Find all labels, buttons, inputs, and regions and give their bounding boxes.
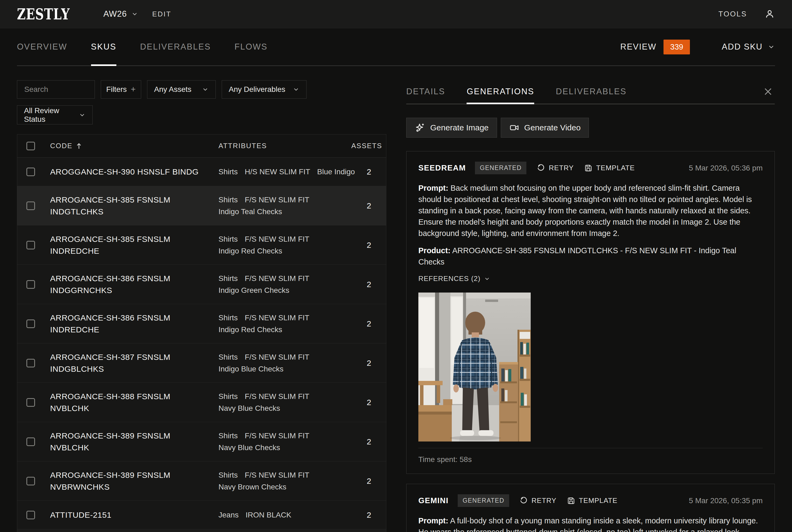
brand-logo: ZESTLY [17, 5, 70, 23]
attr-color: Blue Indigo [317, 166, 355, 178]
attr-color: Navy Blue Checks [219, 442, 351, 454]
retry-button[interactable]: RETRY [536, 164, 574, 172]
asset-count: 2 [351, 476, 386, 486]
sku-attributes: ShirtsF/S NEW SLIM FIT Indigo Blue Check… [219, 351, 351, 375]
row-checkbox[interactable] [26, 202, 35, 210]
table-row[interactable]: ARROGANCE-SH-389 FSNSLM NVBRWNCHKS Shirt… [17, 461, 386, 501]
search-input[interactable] [17, 80, 95, 99]
table-row[interactable]: ARROGANCE-SH-389 FSNSLM NVBLCHK ShirtsF/… [17, 422, 386, 461]
attr-type: Shirts [219, 391, 238, 402]
generate-image-button[interactable]: Generate Image [406, 118, 497, 138]
row-checkbox[interactable] [26, 320, 35, 328]
asset-count: 2 [351, 398, 386, 407]
generate-image-label: Generate Image [430, 123, 489, 132]
retry-icon [536, 164, 545, 172]
table-row[interactable]: ARROGANCE-SH-387 FSNSLM INDGBLCHKS Shirt… [17, 343, 386, 383]
attr-type: Shirts [219, 194, 238, 206]
asset-count: 2 [351, 167, 386, 176]
review-status-value: All Review Status [24, 107, 79, 124]
table-header: CODE ATTRIBUTES ASSETS [17, 134, 386, 157]
row-checkbox[interactable] [26, 280, 35, 289]
tab-deliverables[interactable]: DELIVERABLES [140, 28, 211, 65]
template-button[interactable]: TEMPLATE [584, 164, 635, 172]
column-header-attributes[interactable]: ATTRIBUTES [219, 142, 351, 150]
tab-panel-deliverables[interactable]: DELIVERABLES [556, 79, 627, 104]
table-row-partial[interactable] [17, 529, 386, 532]
model-name: GEMINI [418, 496, 449, 505]
tab-flows[interactable]: FLOWS [234, 28, 268, 65]
sku-attributes: JeansIRON BLACK [219, 509, 351, 521]
close-panel-button[interactable] [761, 85, 775, 98]
row-checkbox[interactable] [26, 241, 35, 249]
assets-filter-select[interactable]: Any Assets [147, 80, 216, 99]
sku-attributes: ShirtsF/S NEW SLIM FIT Indigo Red Checks [219, 312, 351, 336]
sku-code: ARROGANCE-SH-389 FSNSLM NVBLCHK [50, 430, 219, 454]
chevron-down-icon [768, 43, 775, 51]
deliverables-filter-select[interactable]: Any Deliverables [222, 80, 306, 99]
generated-image-thumbnail[interactable] [418, 292, 531, 441]
retry-button[interactable]: RETRY [520, 496, 557, 505]
row-checkbox[interactable] [26, 359, 35, 367]
panel-tabs: DETAILS GENERATIONS DELIVERABLES [406, 79, 775, 104]
sku-attributes: ShirtsF/S NEW SLIM FIT Indigo Red Checks [219, 233, 351, 257]
detail-panel: DETAILS GENERATIONS DELIVERABLES Generat… [406, 66, 775, 532]
add-sku-button[interactable]: ADD SKU [722, 42, 775, 52]
asset-count: 2 [351, 280, 386, 289]
sku-code: ARROGANCE-SH-385 FSNSLM INDGTLCHKS [50, 194, 219, 217]
attr-fit: F/S NEW SLIM FIT [245, 272, 309, 284]
column-header-assets[interactable]: ASSETS [351, 142, 386, 150]
template-save-icon [567, 496, 576, 505]
asset-count: 2 [351, 201, 386, 210]
model-name: SEEDREAM [418, 164, 466, 172]
filters-label: Filters [106, 85, 127, 94]
attr-color: IRON BLACK [246, 509, 291, 521]
chevron-down-icon [484, 276, 490, 282]
attr-color: Indigo Red Checks [219, 324, 351, 336]
attr-type: Shirts [219, 351, 238, 363]
review-status-select[interactable]: All Review Status [17, 105, 93, 125]
attr-fit: F/S NEW SLIM FIT [245, 469, 309, 481]
row-checkbox[interactable] [26, 437, 35, 446]
table-row[interactable]: ARROGANCE-SH-386 FSNSLM INDGGRNCHKS Shir… [17, 265, 386, 304]
sku-code: ARROGANCE-SH-386 FSNSLM INDGGRNCHKS [50, 272, 219, 296]
sku-attributes: ShirtsF/S NEW SLIM FIT Indigo Green Chec… [219, 272, 351, 296]
table-row[interactable]: ARROGANCE-SH-385 FSNSLM INDREDCHE Shirts… [17, 226, 386, 265]
select-all-checkbox[interactable] [26, 142, 35, 150]
row-checkbox[interactable] [26, 477, 35, 486]
sort-ascending-icon [76, 142, 82, 150]
table-row[interactable]: ATTITUDE-2151 JeansIRON BLACK 2 [17, 501, 386, 529]
sku-list-section: Filters + Any Assets Any Deliverables Al… [17, 66, 386, 532]
references-toggle[interactable]: REFERENCES (2) [418, 274, 762, 283]
table-row[interactable]: ARROGANCE-SH-388 FSNSLM NVBLCHK ShirtsF/… [17, 383, 386, 422]
tab-skus[interactable]: SKUS [91, 28, 116, 65]
tools-button[interactable]: TOOLS [718, 10, 747, 18]
edit-button[interactable]: EDIT [152, 10, 171, 18]
column-header-code[interactable]: CODE [50, 142, 219, 150]
attr-type: Shirts [219, 312, 238, 324]
tab-generations[interactable]: GENERATIONS [467, 79, 534, 104]
season-selector[interactable]: AW26 [103, 9, 138, 19]
user-icon[interactable] [764, 8, 775, 19]
row-checkbox[interactable] [26, 398, 35, 407]
template-button[interactable]: TEMPLATE [567, 496, 618, 505]
sku-attributes: ShirtsF/S NEW SLIM FIT Indigo Teal Check… [219, 194, 351, 217]
sku-code: ATTITUDE-2151 [50, 509, 219, 521]
attr-type: Shirts [219, 430, 238, 442]
generated-photo [418, 292, 531, 441]
retry-icon [520, 496, 528, 505]
tab-details[interactable]: DETAILS [406, 79, 445, 104]
sku-attributes: ShirtsF/S NEW SLIM FIT Navy Blue Checks [219, 430, 351, 454]
generate-video-button[interactable]: Generate Video [501, 118, 589, 138]
review-button[interactable]: REVIEW 339 [620, 40, 690, 54]
row-checkbox[interactable] [26, 511, 35, 519]
table-row[interactable]: AROGGANCE-SH-390 HSNSLF BINDG ShirtsH/S … [17, 157, 386, 186]
sparkle-icon [415, 122, 426, 133]
filters-button[interactable]: Filters + [101, 80, 141, 99]
table-row[interactable]: ARROGANCE-SH-386 FSNSLM INDREDCHE Shirts… [17, 304, 386, 343]
row-checkbox[interactable] [26, 168, 35, 176]
attr-fit: F/S NEW SLIM FIT [245, 233, 309, 245]
tab-overview[interactable]: OVERVIEW [17, 28, 67, 65]
table-row-selected[interactable]: ARROGANCE-SH-385 FSNSLM INDGTLCHKS Shirt… [17, 186, 386, 226]
sku-code: ARROGANCE-SH-389 FSNSLM NVBRWNCHKS [50, 469, 219, 493]
assets-filter-value: Any Assets [154, 85, 191, 94]
